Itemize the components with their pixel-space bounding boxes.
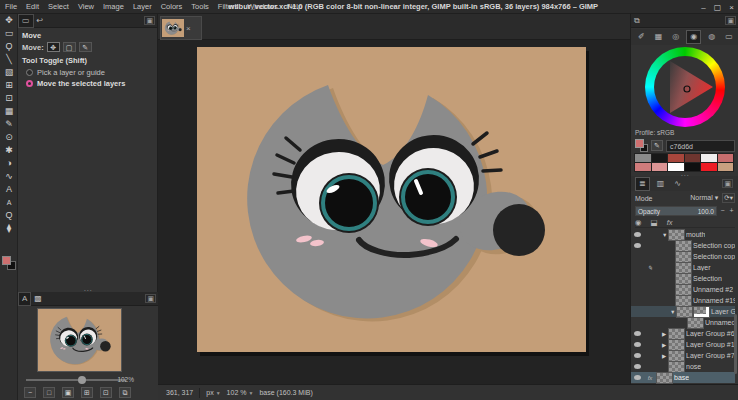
palette-swatch[interactable] <box>652 154 668 162</box>
fonts-dialog-tab-icon[interactable]: ▭ <box>722 31 736 43</box>
menu-colors[interactable]: Colors <box>161 2 183 11</box>
channels-tab-icon[interactable]: ▥ <box>654 178 668 190</box>
layer-row[interactable]: ✎ Layer <box>631 262 735 273</box>
palette-swatch[interactable] <box>701 154 717 162</box>
tool-clone-icon[interactable]: ⊙ <box>0 131 18 144</box>
paths-tab-icon[interactable]: ∿ <box>671 178 684 190</box>
navigation-tab-icon[interactable]: ▩ <box>31 293 45 305</box>
opacity-slider[interactable]: Opacity 100.0 <box>635 206 717 216</box>
palette-swatch[interactable] <box>668 154 684 162</box>
layer-row-mouth[interactable]: ▼ mouth <box>631 229 735 240</box>
image-tab-close-icon[interactable]: × <box>186 24 191 33</box>
tool-color-picker-icon[interactable]: ⧫ <box>0 222 18 235</box>
palette-swatch[interactable] <box>685 154 701 162</box>
visibility-eye-icon[interactable] <box>634 331 641 336</box>
right-dock-menu-icon[interactable]: ▣ <box>725 16 736 25</box>
collapse-icon[interactable]: ▶ <box>662 331 669 337</box>
menu-file[interactable]: File <box>5 2 17 11</box>
tool-handle-transform-icon[interactable]: ⊡ <box>0 92 18 105</box>
layers-tab-icon[interactable]: ≣ <box>635 177 650 191</box>
palettes-tab-icon[interactable]: ◍ <box>705 31 718 43</box>
panel-fg-swatch[interactable] <box>635 139 644 148</box>
tool-dodge-burn-icon[interactable]: ◑ <box>0 157 18 170</box>
minimize-button[interactable]: – <box>701 3 705 12</box>
zoom-100-button[interactable]: ▣ <box>62 387 74 398</box>
canvas-image[interactable] <box>197 47 586 352</box>
visibility-eye-icon[interactable] <box>634 364 641 369</box>
zoom-out-button[interactable]: − <box>24 387 36 398</box>
layer-row[interactable]: Unnamed #19 <box>631 295 735 306</box>
palette-swatch[interactable] <box>652 163 668 171</box>
fonts-tab-icon[interactable]: A <box>18 292 31 306</box>
palette-swatch[interactable] <box>718 163 734 171</box>
layer-row[interactable]: Selection copy <box>631 251 735 262</box>
tool-unified-transform-icon[interactable]: ⊞ <box>0 79 18 92</box>
visibility-column-icon[interactable]: ◉ <box>635 218 642 227</box>
move-path-button[interactable]: ✎ <box>79 42 92 52</box>
menu-image[interactable]: Image <box>103 2 124 11</box>
tool-gradient-icon[interactable]: ▦ <box>0 105 18 118</box>
tool-airbrush-icon[interactable]: ✱ <box>0 144 18 157</box>
visibility-eye-icon[interactable] <box>634 243 641 248</box>
layer-row[interactable]: Selection <box>631 273 735 284</box>
visibility-eye-icon[interactable] <box>634 375 641 380</box>
layer-row-base[interactable]: fx base <box>631 372 735 383</box>
tool-free-select-icon[interactable]: Ϙ <box>0 40 18 53</box>
maximize-button[interactable]: ▢ <box>714 3 722 12</box>
foreground-color-swatch[interactable] <box>2 256 11 265</box>
tool-paintbrush-icon[interactable]: ✎ <box>0 118 18 131</box>
tool-move-icon[interactable]: ✥ <box>0 14 18 27</box>
tool-zoom-icon[interactable]: Q <box>0 209 18 222</box>
layers-scrollbar[interactable] <box>734 314 737 374</box>
collapse-icon[interactable]: ▶ <box>662 353 669 359</box>
visibility-eye-icon[interactable] <box>634 353 641 358</box>
layer-fx-badge[interactable]: fx <box>644 375 656 381</box>
color-wheel[interactable] <box>645 47 725 127</box>
tool-rectangle-select-icon[interactable]: ▭ <box>0 27 18 40</box>
menu-select[interactable]: Select <box>48 2 69 11</box>
palette-swatch[interactable] <box>701 163 717 171</box>
zoom-fill-button[interactable]: ⊡ <box>100 387 112 398</box>
hue-triangle[interactable] <box>654 56 716 118</box>
device-status-tab-icon[interactable]: ↩ <box>34 15 47 27</box>
navigation-zoom-slider[interactable]: 102% <box>26 376 134 384</box>
layer-row-nose[interactable]: nose <box>631 361 735 372</box>
zoom-slider-handle[interactable] <box>78 376 86 384</box>
patterns-tab-icon[interactable]: ▦ <box>652 31 666 43</box>
gradients-tab-icon[interactable]: ◎ <box>669 31 682 43</box>
panel-color-swatches[interactable] <box>635 139 648 152</box>
tool-crop-icon[interactable]: ▧ <box>0 66 18 79</box>
tool-paths-icon[interactable]: ∿ <box>0 170 18 183</box>
layer-row[interactable]: Selection copy <box>631 240 735 251</box>
visibility-eye-icon[interactable] <box>634 232 641 237</box>
move-selection-button[interactable]: ▢ <box>63 42 76 52</box>
palette-swatch[interactable] <box>635 163 651 171</box>
dock-menu-icon[interactable]: ▣ <box>144 16 155 25</box>
menu-layer[interactable]: Layer <box>133 2 152 11</box>
move-selected-radio[interactable] <box>26 80 33 87</box>
canvas-area[interactable]: × <box>158 14 630 384</box>
tool-measure-icon[interactable]: A <box>0 196 18 209</box>
close-button[interactable]: × <box>729 3 734 12</box>
layer-row[interactable]: Unnamed 8 <box>631 317 735 328</box>
layer-row-group[interactable]: ▶ Layer Group #6 <box>631 328 735 339</box>
mode-switch-icon[interactable]: ⟳▾ <box>722 193 735 203</box>
opacity-increase-icon[interactable]: + <box>728 207 735 214</box>
colors-tab-icon[interactable]: ◉ <box>686 30 701 44</box>
effects-column-icon[interactable]: fx <box>667 218 673 227</box>
nav-dock-menu-icon[interactable]: ▣ <box>145 294 156 303</box>
menu-view[interactable]: View <box>78 2 94 11</box>
menu-edit[interactable]: Edit <box>26 2 39 11</box>
brushes-tab-icon[interactable]: ✐ <box>635 31 648 43</box>
layers-dock-menu-icon[interactable]: ▣ <box>722 179 733 188</box>
move-layer-button[interactable]: ✥ <box>47 42 60 52</box>
palette-swatch[interactable] <box>635 154 651 162</box>
shrink-wrap-button[interactable]: ⧉ <box>119 387 131 398</box>
layer-row[interactable]: Unnamed #2 <box>631 284 735 295</box>
zoom-dropdown[interactable]: 102 %▼ <box>227 389 254 396</box>
image-tab[interactable]: × <box>160 16 202 40</box>
tool-text-icon[interactable]: A <box>0 183 18 196</box>
hex-color-input[interactable]: c76d6d <box>666 140 735 152</box>
menu-tools[interactable]: Tools <box>191 2 209 11</box>
pick-layer-radio[interactable] <box>26 69 33 76</box>
